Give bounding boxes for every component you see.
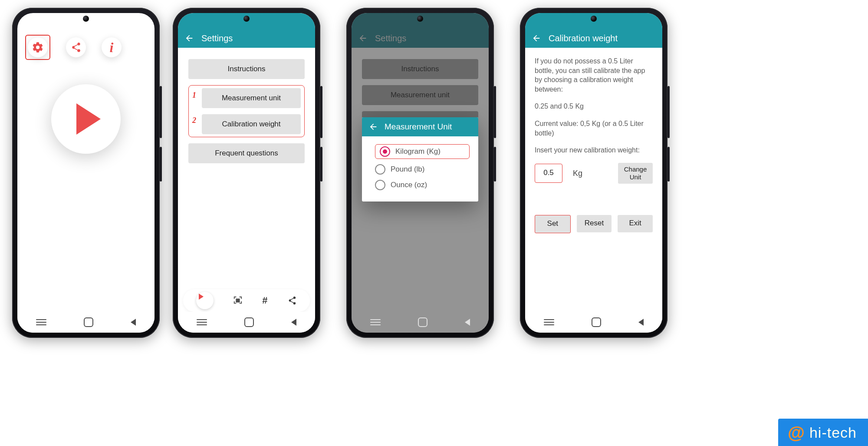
radio-icon [375,164,385,175]
settings-list: Instructions 1 2 Measurement unit Calibr… [178,48,315,163]
highlight-selected-unit: Kilogram (Kg) [375,144,470,159]
watermark-at: @ [788,423,805,443]
reset-button[interactable]: Reset [577,215,612,232]
dialog-title-bar: Measurement Unit [362,117,478,136]
settings-button[interactable] [28,37,48,57]
highlight-group: 1 2 Measurement unit Calibration weight [188,85,305,137]
calibration-weight-button[interactable]: Calibration weight [202,114,301,134]
volume-button [494,86,496,138]
app-bar: Settings [178,29,315,48]
play-small-icon [199,294,204,300]
power-button [320,147,322,182]
home-button[interactable] [418,317,427,327]
calibration-prompt: Insert your new calibration weight: [535,145,653,155]
change-unit-button[interactable]: Change Unit [618,163,653,184]
calibration-current: Current value: 0,5 Kg (or a 0.5 Liter bo… [535,119,653,138]
measurement-unit-dialog: Measurement Unit Kilogram (Kg) Pound (lb… [362,117,478,202]
hash-icon[interactable]: # [262,295,267,306]
share-button[interactable] [66,37,86,57]
android-navbar [525,312,662,333]
radio-selected-icon [380,146,390,157]
recent-apps-button[interactable] [370,319,381,325]
screenshot-collage: i Settings [0,0,868,446]
android-navbar [17,312,155,333]
front-camera [591,16,597,22]
back-arrow-button[interactable] [531,33,542,43]
unit-label: Pound (lb) [391,165,424,174]
annotation-2: 2 [192,116,196,125]
play-button[interactable] [51,84,121,154]
scan-icon[interactable] [233,296,243,305]
front-camera [417,16,423,22]
annotation-1: 1 [192,91,196,100]
share-icon[interactable] [287,296,297,305]
home-button[interactable] [592,317,601,327]
power-button [494,147,496,182]
home-button[interactable] [84,317,93,327]
unit-option-lb[interactable]: Pound (lb) [375,164,470,175]
home-button[interactable] [244,317,254,327]
back-button[interactable] [465,319,470,326]
calibration-weight-input[interactable]: 0.5 [535,164,562,183]
power-button [667,147,670,182]
recent-apps-button[interactable] [544,319,554,325]
calibration-body: If you do not possess a 0.5 Liter bottle… [525,48,662,233]
unit-label: Kg [573,168,582,178]
play-area [17,84,155,154]
page-title: Settings [201,33,233,43]
action-buttons: Set Reset Exit [535,215,653,233]
faq-button[interactable]: Frequent questions [188,143,305,163]
screen: Settings Instructions Measurement unit C… [352,13,489,333]
screen: i [17,13,155,333]
calibration-intro: If you do not possess a 0.5 Liter bottle… [535,56,653,94]
page-title: Calibration weight [549,33,618,43]
phone-2: Settings Instructions 1 2 Measurement un… [173,8,320,338]
exit-button[interactable]: Exit [618,215,653,232]
phone-3: Settings Instructions Measurement unit C… [346,8,494,338]
unit-options: Kilogram (Kg) Pound (lb) Ounce (oz) [362,136,478,202]
watermark-text: hi-tech [809,424,857,441]
back-button[interactable] [131,319,136,326]
power-button [160,147,162,182]
instructions-button[interactable]: Instructions [188,59,305,79]
gear-icon [32,41,44,53]
screen: Settings Instructions 1 2 Measurement un… [178,13,315,333]
back-button[interactable] [638,319,644,326]
dock-app-icon[interactable] [196,292,214,309]
bottom-dock: # [183,289,310,312]
unit-label: Kilogram (Kg) [395,147,441,156]
volume-button [667,86,670,138]
unit-option-kg[interactable]: Kilogram (Kg) [380,146,441,157]
front-camera [243,16,250,22]
android-navbar [352,312,489,333]
top-icon-row: i [17,29,155,63]
watermark: @ hi-tech [778,419,868,446]
set-button[interactable]: Set [535,215,571,233]
back-button[interactable] [291,319,296,326]
dialog-title: Measurement Unit [385,122,452,132]
unit-option-oz[interactable]: Ounce (oz) [375,180,470,190]
calibration-range: 0.25 and 0.5 Kg [535,102,653,111]
unit-label: Ounce (oz) [391,181,427,189]
android-navbar [178,312,315,333]
calibration-input-row: 0.5 Kg Change Unit [535,163,653,184]
info-icon: i [110,40,114,54]
highlight-settings [25,35,50,60]
radio-icon [375,180,385,190]
recent-apps-button[interactable] [197,319,207,325]
info-button[interactable]: i [102,37,122,57]
play-icon [76,103,101,135]
phone-4: Calibration weight If you do not possess… [520,8,667,338]
back-arrow-button[interactable] [184,33,194,43]
share-icon [70,42,82,53]
dialog-back-button[interactable] [368,122,378,132]
volume-button [160,86,162,138]
screen: Calibration weight If you do not possess… [525,13,662,333]
recent-apps-button[interactable] [36,319,46,325]
volume-button [320,86,322,138]
front-camera [83,16,89,22]
app-bar: Calibration weight [525,29,662,48]
measurement-unit-button[interactable]: Measurement unit [202,88,301,108]
phone-1: i [12,8,160,338]
